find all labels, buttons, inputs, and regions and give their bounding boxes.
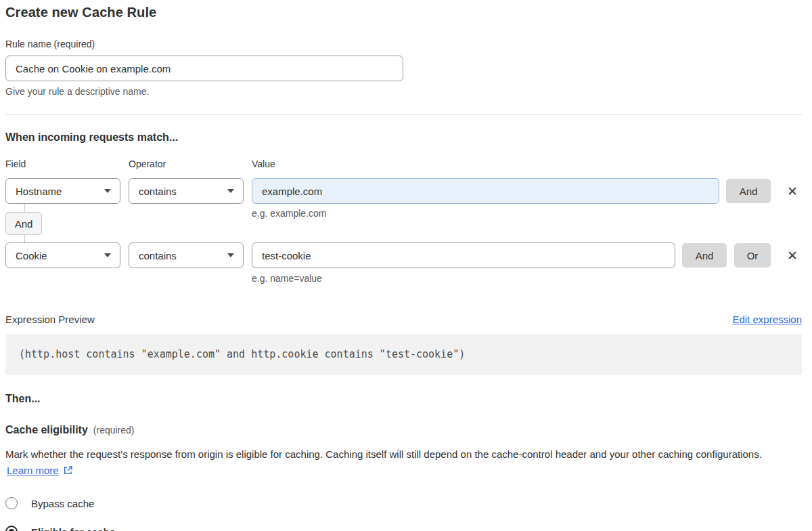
match-column-labels: Field Operator Value (5, 158, 802, 169)
field-select-row2-value: Cookie (16, 250, 47, 261)
value-input-row1[interactable] (252, 178, 719, 204)
rule-name-input[interactable] (5, 56, 403, 81)
radio-label-bypass-cache: Bypass cache (31, 498, 94, 509)
close-icon: ✕ (787, 249, 798, 263)
value-hint-row2: e.g. name=value (252, 273, 802, 284)
expression-preview-header: Expression Preview Edit expression (5, 314, 802, 325)
remove-condition-button-row1[interactable]: ✕ (784, 184, 800, 199)
chevron-down-icon (227, 189, 234, 193)
cache-eligibility-header: Cache eligibility (required) (5, 424, 802, 436)
value-input-row2[interactable] (252, 242, 675, 268)
description-text: Mark whether the request’s response from… (5, 448, 762, 460)
radio-selected-icon[interactable] (5, 526, 18, 531)
field-select-row2[interactable]: Cookie (5, 242, 120, 268)
field-column-label: Field (5, 158, 129, 169)
remove-condition-button-row2[interactable]: ✕ (784, 248, 800, 263)
operator-select-row2[interactable]: contains (129, 242, 244, 268)
rule-name-help: Give your rule a descriptive name. (5, 86, 802, 97)
chevron-down-icon (104, 189, 111, 193)
close-icon: ✕ (787, 184, 798, 198)
field-select-row1[interactable]: Hostname (5, 178, 120, 204)
operator-select-row2-value: contains (139, 250, 177, 261)
radio-label-eligible-for-cache: Eligible for cache (31, 526, 115, 531)
radio-option-eligible-for-cache[interactable]: Eligible for cache (5, 526, 802, 531)
then-heading: Then... (5, 393, 802, 405)
match-row-2: Cookie contains And Or ✕ (5, 242, 802, 268)
create-cache-rule-page: Create new Cache Rule Rule name (require… (0, 0, 812, 531)
radio-option-bypass-cache[interactable]: Bypass cache (5, 497, 802, 509)
expression-code-block: (http.host contains "example.com" and ht… (5, 334, 802, 375)
chevron-down-icon (104, 253, 111, 257)
field-select-row1-value: Hostname (16, 186, 62, 197)
match-section-heading: When incoming requests match... (5, 131, 802, 144)
add-or-condition-button-row2[interactable]: Or (734, 243, 771, 268)
connector-zone: And e.g. example.com (5, 204, 802, 242)
and-connector-button[interactable]: And (5, 212, 42, 235)
cache-eligibility-title: Cache eligibility (5, 424, 88, 436)
page-title: Create new Cache Rule (5, 5, 802, 20)
operator-select-row1-value: contains (139, 186, 177, 197)
value-column-label: Value (252, 158, 802, 169)
section-divider (5, 114, 802, 115)
cache-eligibility-description: Mark whether the request’s response from… (5, 446, 784, 480)
operator-column-label: Operator (129, 158, 252, 169)
chevron-down-icon (227, 253, 234, 257)
expression-preview-label: Expression Preview (5, 314, 95, 325)
radio-unselected-icon[interactable] (5, 497, 18, 509)
external-link-icon (63, 466, 73, 477)
add-and-condition-button-row2[interactable]: And (682, 243, 727, 268)
operator-select-row1[interactable]: contains (129, 178, 244, 204)
learn-more-link[interactable]: Learn more (7, 465, 59, 476)
match-row-1: Hostname contains And ✕ (5, 178, 802, 204)
add-and-condition-button-row1[interactable]: And (726, 179, 771, 203)
edit-expression-link[interactable]: Edit expression (732, 314, 802, 325)
value-hint-row1: e.g. example.com (252, 208, 327, 219)
rule-name-label: Rule name (required) (5, 39, 802, 49)
cache-eligibility-required-note: (required) (93, 425, 135, 436)
